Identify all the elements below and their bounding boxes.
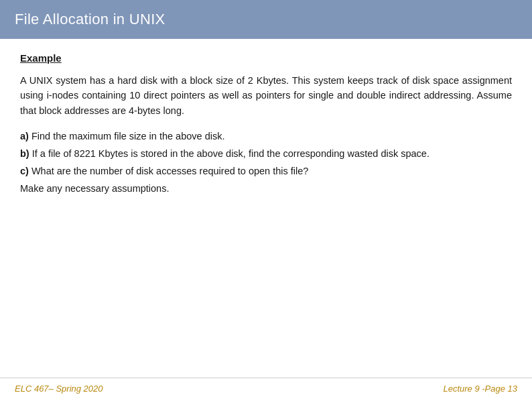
questions-block: a) Find the maximum file size in the abo… [20,129,512,198]
footer-right: Lecture 9 -Page 13 [443,384,517,394]
question-c-cont-text: Make any necessary assumptions. [20,183,169,194]
question-a-text: Find the maximum file size in the above … [29,131,225,141]
problem-text: A UNIX system has a hard disk with a blo… [20,73,512,118]
question-b-label: b) [20,148,29,159]
question-a-label: a) [20,131,29,141]
question-c-text: What are the number of disk accesses req… [29,166,309,176]
question-b: b) If a file of 8221 Kbytes is stored in… [20,146,512,162]
example-label: Example [20,52,512,64]
question-b-text: If a file of 8221 Kbytes is stored in th… [29,148,429,159]
question-c-continued: Make any necessary assumptions. [20,181,512,197]
content-area: Example A UNIX system has a hard disk wi… [0,39,532,378]
footer-left: ELC 467– Spring 2020 [15,384,103,394]
slide-container: File Allocation in UNIX Example A UNIX s… [0,0,532,399]
question-c-label: c) [20,166,29,176]
header-bar: File Allocation in UNIX [0,0,532,39]
header-title: File Allocation in UNIX [15,11,165,28]
question-c: c) What are the number of disk accesses … [20,164,512,180]
question-a: a) Find the maximum file size in the abo… [20,129,512,145]
footer-bar: ELC 467– Spring 2020 Lecture 9 -Page 13 [0,378,532,399]
